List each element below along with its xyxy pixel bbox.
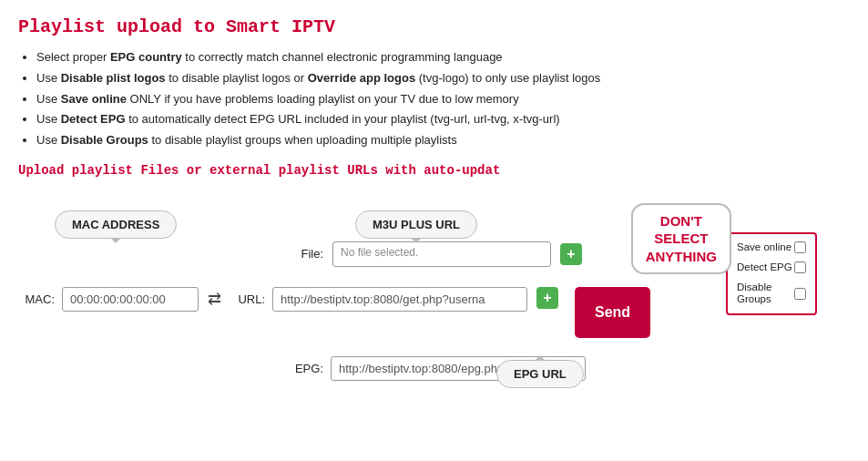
disable-groups-label: Disable Groups bbox=[737, 282, 794, 307]
mac-address-tooltip-text: MAC ADDRESS bbox=[72, 218, 159, 231]
mac-label: MAC: bbox=[18, 292, 55, 306]
mac-row: MAC: 00:00:00:00:00:00 bbox=[18, 287, 199, 312]
dont-select-line3: ANYTHING bbox=[646, 248, 717, 266]
detect-epg-row: Detect EPG bbox=[737, 261, 806, 274]
detect-epg-label: Detect EPG bbox=[737, 261, 792, 274]
mac-input[interactable]: 00:00:00:00:00:00 bbox=[62, 287, 199, 312]
dont-select-line2: SELECT bbox=[646, 230, 717, 248]
m3u-plus-url-tooltip-text: M3U PLUS URL bbox=[373, 218, 460, 231]
swap-icon: ⇄ bbox=[208, 289, 221, 309]
instruction-item-2: Use Disable plist logos to disable playl… bbox=[36, 69, 850, 88]
instruction-item-5: Use Disable Groups to disable playlist g… bbox=[36, 131, 850, 150]
epg-row: EPG: http://bestiptv.top:8080/epg.php EP… bbox=[287, 356, 850, 381]
file-plus-button[interactable]: + bbox=[560, 243, 582, 265]
instruction-item-1: Select proper EPG country to correctly m… bbox=[36, 48, 850, 67]
mac-address-tooltip: MAC ADDRESS bbox=[55, 210, 177, 239]
form-area: DON'T SELECT ANYTHING Logos Disable Over… bbox=[18, 194, 850, 381]
upload-title: Upload playlist Files or external playli… bbox=[18, 163, 850, 178]
options-panel: Save online Detect EPG Disable Groups bbox=[726, 232, 817, 315]
disable-groups-row: Disable Groups bbox=[737, 282, 806, 307]
url-row: ⇄ URL: http://bestiptv.top:8080/get.php?… bbox=[208, 287, 527, 312]
page-title: Playlist upload to Smart IPTV bbox=[18, 16, 850, 37]
instruction-item-3: Use Save online ONLY if you have problem… bbox=[36, 90, 850, 109]
dont-select-box: DON'T SELECT ANYTHING bbox=[631, 203, 731, 275]
file-label: File: bbox=[287, 247, 323, 261]
m3u-plus-url-tooltip: M3U PLUS URL bbox=[355, 210, 477, 239]
url-input[interactable]: http://bestiptv.top:8080/get.php?userna bbox=[272, 287, 527, 312]
file-placeholder: No file selected. bbox=[341, 246, 418, 259]
url-plus-button[interactable]: + bbox=[536, 287, 558, 309]
instruction-item-4: Use Detect EPG to automatically detect E… bbox=[36, 110, 850, 129]
send-button[interactable]: Send bbox=[575, 287, 650, 338]
dont-select-line1: DON'T bbox=[646, 212, 717, 230]
url-label: URL: bbox=[229, 292, 265, 306]
file-input-area[interactable]: No file selected. bbox=[332, 241, 551, 267]
disable-groups-checkbox[interactable] bbox=[794, 288, 806, 300]
instructions-section: Select proper EPG country to correctly m… bbox=[18, 48, 850, 150]
save-online-label: Save online bbox=[737, 241, 791, 254]
epg-label: EPG: bbox=[287, 362, 323, 375]
save-online-checkbox[interactable] bbox=[794, 241, 806, 253]
epg-url-tooltip: EPG URL bbox=[496, 360, 584, 388]
epg-url-tooltip-text: EPG URL bbox=[514, 367, 567, 381]
detect-epg-checkbox[interactable] bbox=[794, 261, 806, 273]
save-online-row: Save online bbox=[737, 241, 806, 254]
